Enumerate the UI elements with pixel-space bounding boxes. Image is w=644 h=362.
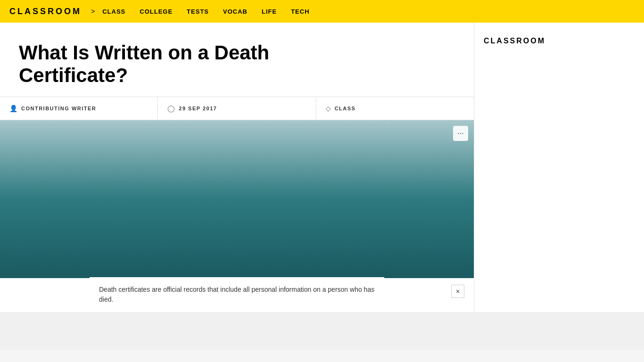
meta-bar: 👤 CONTRIBUTING WRITER ◯ 29 SEP 2017 ◇ CL… <box>0 97 474 120</box>
nav-item-class[interactable]: CLASS <box>102 8 125 15</box>
author-icon: 👤 <box>9 105 17 112</box>
author-meta: 👤 CONTRIBUTING WRITER <box>0 97 158 120</box>
breadcrumb-arrow: > <box>91 8 95 15</box>
site-logo[interactable]: CLASSROOM <box>9 7 82 16</box>
tag-icon: ◇ <box>326 105 331 112</box>
hero-image: ··· <box>0 120 474 278</box>
nav-item-life[interactable]: LIFE <box>262 8 277 15</box>
more-options-button[interactable]: ··· <box>453 126 468 141</box>
bottom-area <box>0 312 644 350</box>
nav-item-tests[interactable]: TESTS <box>187 8 209 15</box>
nav-item-vocab[interactable]: VOCAB <box>223 8 248 15</box>
main-nav: CLASSCOLLEGETESTSVOCABLIFETECH <box>102 7 309 16</box>
category-label: CLASS <box>335 106 356 111</box>
site-header: CLASSROOM > CLASSCOLLEGETESTSVOCABLIFETE… <box>0 0 644 23</box>
sidebar-logo[interactable]: CLASSROOM <box>484 37 635 45</box>
date-label: 29 SEP 2017 <box>179 106 217 111</box>
nav-item-tech[interactable]: TECH <box>291 8 309 15</box>
hero-wrapper: ··· Death certificates are official reco… <box>0 120 474 312</box>
sidebar: CLASSROOM <box>474 23 644 312</box>
article-header: What Is Written on a Death Certificate? <box>0 23 474 97</box>
nav-list: CLASSCOLLEGETESTSVOCABLIFETECH <box>102 7 309 16</box>
article-area: What Is Written on a Death Certificate? … <box>0 23 474 312</box>
author-label: CONTRIBUTING WRITER <box>21 106 96 111</box>
caption-close-button[interactable]: × <box>451 285 464 298</box>
article-title: What Is Written on a Death Certificate? <box>19 41 349 87</box>
category-meta: ◇ CLASS <box>316 97 474 120</box>
caption-box: Death certificates are official records … <box>90 277 384 312</box>
caption-text: Death certificates are official records … <box>99 286 374 303</box>
main-layout: What Is Written on a Death Certificate? … <box>0 23 644 312</box>
nav-item-college[interactable]: COLLEGE <box>140 8 173 15</box>
caption-area: Death certificates are official records … <box>0 277 474 312</box>
date-meta: ◯ 29 SEP 2017 <box>158 97 316 120</box>
clock-icon: ◯ <box>167 105 175 112</box>
